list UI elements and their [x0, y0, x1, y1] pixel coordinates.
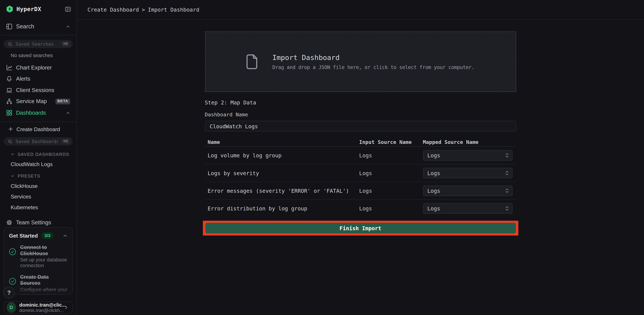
- breadcrumb: Create Dashboard > Import Dashboard: [77, 0, 644, 20]
- mapped-source-select[interactable]: Logs: [423, 150, 512, 161]
- saved-searches-input[interactable]: [15, 41, 59, 47]
- chevron-down-icon: [11, 174, 14, 178]
- divider: [0, 35, 76, 35]
- get-started-item-desc: Set up your database connection: [20, 257, 67, 269]
- finish-import-button[interactable]: Finish Import: [205, 223, 516, 234]
- presets-group-toggle[interactable]: PRESETS: [0, 174, 76, 178]
- help-button[interactable]: ?: [3, 287, 15, 298]
- table-row: Log volume by log group Logs Logs: [205, 147, 516, 164]
- avatar: D: [6, 302, 16, 313]
- logo-row: HyperDX: [0, 0, 76, 13]
- json-file-dropzone[interactable]: Import Dashboard Drag and drop a JSON fi…: [205, 31, 516, 92]
- brand-title: HyperDX: [16, 6, 41, 12]
- sidebar-collapse-button[interactable]: [65, 6, 71, 12]
- user-email: dominic.tran@clickh...: [19, 308, 60, 313]
- chevron-down-icon: [11, 152, 14, 156]
- table-row: Logs by severity Logs Logs: [205, 164, 516, 182]
- table-row: Error distribution by log group Logs Log…: [205, 200, 516, 217]
- shortcut-badge: ⌘K: [61, 41, 70, 47]
- dashboards-icon: [6, 110, 12, 116]
- get-started-item-connect[interactable]: Connect to ClickHouse Set up your databa…: [9, 244, 68, 269]
- beta-badge: BETA: [55, 98, 70, 104]
- saved-dashboards-search[interactable]: ⌘K: [4, 137, 73, 146]
- sidebar: HyperDX Search ⌘K No saved sear: [0, 0, 77, 315]
- input-source-name: Logs: [359, 188, 423, 194]
- chevrons-up-down-icon: [505, 205, 508, 211]
- sidebar-item-alerts[interactable]: Alerts: [0, 73, 76, 84]
- chart-name: Log volume by log group: [208, 152, 359, 159]
- check-circle-icon: [9, 248, 16, 255]
- team-settings-label: Team Settings: [16, 219, 51, 226]
- nav-label: Chart Explorer: [16, 64, 52, 71]
- sidebar-item-kubernetes[interactable]: Kubernetes: [0, 204, 76, 211]
- check-circle-icon: [9, 278, 16, 285]
- divider: [0, 122, 76, 122]
- hyperdx-logo-icon: [6, 5, 13, 13]
- file-icon: [246, 54, 258, 69]
- create-dashboard-button[interactable]: Create Dashboard: [0, 124, 76, 134]
- dashboard-name-label: Dashboard Name: [205, 111, 516, 118]
- no-saved-searches-text: No saved searches: [11, 53, 76, 59]
- input-source-name: Logs: [359, 205, 423, 212]
- get-started-title: Get Started: [9, 233, 38, 239]
- plus-icon: [8, 127, 13, 132]
- mapped-source-select[interactable]: Logs: [423, 168, 512, 178]
- nav-label: Alerts: [16, 76, 30, 82]
- chevron-up-icon[interactable]: [66, 110, 70, 115]
- mapped-source-select[interactable]: Logs: [423, 203, 512, 214]
- get-started-item-sources[interactable]: Create Data Sources Configure where your…: [9, 274, 68, 295]
- chart-name: Logs by severity: [208, 170, 359, 176]
- panel-collapse-left-icon: [65, 6, 71, 12]
- get-started-item-title: Connect to ClickHouse: [20, 244, 67, 256]
- sidebar-item-cloudwatch-logs[interactable]: CloudWatch Logs: [0, 161, 76, 167]
- sidebar-item-team-settings[interactable]: Team Settings: [0, 218, 76, 227]
- input-source-name: Logs: [359, 170, 423, 176]
- dropzone-subtitle: Drag and drop a JSON file here, or click…: [272, 64, 474, 70]
- saved-searches-search[interactable]: ⌘K: [4, 40, 73, 48]
- get-started-item-desc: Configure where your data comes from: [20, 287, 67, 294]
- sidebar-item-services[interactable]: Services: [0, 194, 76, 200]
- source-mapping-table: Name Input Source Name Mapped Source Nam…: [205, 137, 516, 217]
- search-section-label: Search: [16, 23, 34, 30]
- annotation-highlight-box: Finish Import: [203, 221, 518, 235]
- nav-label: Client Sessions: [16, 87, 54, 93]
- chevron-up-icon[interactable]: [63, 234, 67, 238]
- nav-label: Dashboards: [16, 110, 46, 116]
- nav-label: Service Map: [16, 98, 47, 104]
- get-started-panel: Get Started 3/3 Connect to ClickHouse Se…: [4, 227, 73, 295]
- create-dashboard-label: Create Dashboard: [16, 126, 60, 132]
- table-row: Error messages (severity 'ERROR' or 'FAT…: [205, 182, 516, 200]
- chevron-right-icon: [64, 305, 68, 310]
- sidebar-item-clickhouse[interactable]: ClickHouse: [0, 183, 76, 189]
- sidebar-item-chart-explorer[interactable]: Chart Explorer: [0, 62, 76, 73]
- sidebar-item-search[interactable]: Search: [0, 21, 76, 32]
- mapped-source-select[interactable]: Logs: [423, 185, 512, 196]
- user-name: dominic.tran@clic...: [19, 302, 60, 308]
- breadcrumb-separator: >: [142, 7, 145, 13]
- chevron-up-icon[interactable]: [66, 24, 70, 29]
- dropzone-title: Import Dashboard: [272, 53, 474, 62]
- search-icon: [8, 139, 12, 144]
- sidebar-item-service-map[interactable]: Service Map BETA: [0, 96, 76, 107]
- bell-icon: [6, 76, 12, 82]
- step-label: Step 2: Map Data: [205, 99, 516, 106]
- saved-dashboards-group-toggle[interactable]: SAVED DASHBOARDS: [0, 152, 76, 157]
- saved-dashboards-input[interactable]: [15, 138, 59, 145]
- chart-name: Error distribution by log group: [208, 205, 359, 212]
- user-menu[interactable]: D dominic.tran@clic... dominic.tran@clic…: [4, 301, 73, 314]
- column-header-mapped-source: Mapped Source Name: [423, 139, 512, 145]
- get-started-header[interactable]: Get Started 3/3: [9, 232, 68, 239]
- dashboard-name-input[interactable]: [205, 121, 516, 132]
- breadcrumb-create-dashboard[interactable]: Create Dashboard: [88, 7, 139, 13]
- chevrons-up-down-icon: [505, 188, 508, 194]
- layout-grid-icon: [6, 23, 12, 30]
- hierarchy-icon: [6, 98, 12, 104]
- chevrons-up-down-icon: [505, 170, 508, 176]
- sidebar-item-dashboards[interactable]: Dashboards: [0, 107, 76, 118]
- sidebar-nav: Chart Explorer Alerts Client Sessions: [0, 62, 76, 118]
- group-label: SAVED DASHBOARDS: [18, 152, 69, 157]
- get-started-progress-badge: 3/3: [41, 232, 54, 239]
- chart-name: Error messages (severity 'ERROR' or 'FAT…: [208, 188, 359, 194]
- sidebar-item-client-sessions[interactable]: Client Sessions: [0, 85, 76, 96]
- import-dashboard-form: Import Dashboard Drag and drop a JSON fi…: [205, 20, 516, 315]
